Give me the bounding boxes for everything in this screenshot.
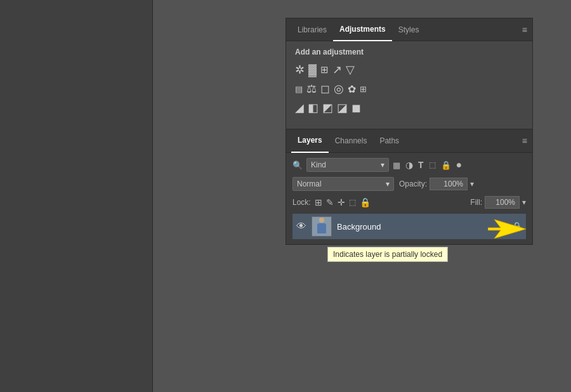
adjustments-body: Add an adjustment ✲ ▓ ⊞ ↗ ▽ ▤ ⚖ ◻ ◎ ✿ ⊞ [286, 41, 532, 129]
kind-dropdown[interactable]: Kind ▾ [306, 158, 389, 172]
adj-icons-row2: ▤ ⚖ ◻ ◎ ✿ ⊞ [295, 82, 523, 96]
layers-menu-icon[interactable]: ≡ [522, 136, 527, 146]
adjustment-filter-icon[interactable]: ◑ [405, 160, 413, 170]
layers-body: 🔍 Kind ▾ ▦ ◑ T ⬚ 🔒 ● [286, 153, 532, 244]
extra-filter-icon[interactable]: ● [456, 159, 463, 171]
invert-icon[interactable]: ◢ [295, 101, 304, 115]
tab-libraries[interactable]: Libraries [291, 18, 333, 41]
gradientmap-icon[interactable]: ◼ [351, 101, 361, 115]
lock-all-icon[interactable]: 🔒 [360, 197, 371, 207]
adjustments-menu-icon[interactable]: ≡ [522, 25, 527, 35]
tooltip-text: Indicates layer is partially locked [327, 247, 448, 262]
photofilter-icon[interactable]: ◎ [334, 82, 344, 96]
panel-divider [152, 0, 153, 392]
normal-opacity-row: Normal ▾ Opacity: 100% ▾ [292, 177, 526, 191]
hsl-icon[interactable]: ▤ [295, 84, 303, 94]
opacity-control: Opacity: 100% ▾ [399, 178, 474, 190]
panel-container: Libraries Adjustments Styles ≡ Add an ad… [286, 18, 533, 245]
add-adjustment-title: Add an adjustment [295, 48, 523, 56]
layer-area: 👁 Background 🔒 [292, 214, 526, 239]
layer-thumbnail [312, 216, 332, 237]
opacity-value[interactable]: 100% [430, 178, 468, 190]
adjustments-tab-bar: Libraries Adjustments Styles ≡ [286, 18, 532, 41]
threshold-icon[interactable]: ◩ [322, 101, 333, 115]
selectivecolor-icon[interactable]: ◪ [337, 101, 348, 115]
visibility-eye-icon[interactable]: 👁 [296, 221, 306, 232]
smartobj-filter-icon[interactable]: 🔒 [441, 160, 451, 170]
adjustments-panel: Libraries Adjustments Styles ≡ Add an ad… [286, 18, 532, 129]
layer-preview [315, 218, 328, 235]
lock-position-icon[interactable]: ✛ [338, 197, 345, 207]
opacity-arrow[interactable]: ▾ [470, 180, 474, 188]
adj-icons-row1: ✲ ▓ ⊞ ↗ ▽ [295, 63, 523, 77]
levels-icon[interactable]: ▓ [308, 63, 317, 77]
shape-filter-icon[interactable]: ⬚ [429, 160, 436, 169]
lock-label: Lock: [292, 198, 311, 207]
fill-arrow[interactable]: ▾ [522, 198, 526, 207]
colorbalance-icon[interactable]: ⚖ [306, 82, 317, 96]
pixel-filter-icon[interactable]: ▦ [393, 160, 400, 170]
kind-filter-icons: ▦ ◑ T ⬚ 🔒 ● [393, 159, 462, 171]
vibrance-icon[interactable]: ▽ [346, 63, 355, 77]
fill-label: Fill: [470, 198, 482, 207]
lock-transparent-icon[interactable]: ⊞ [315, 197, 322, 207]
tooltip: Indicates layer is partially locked [327, 247, 448, 262]
tab-adjustments[interactable]: Adjustments [333, 18, 392, 41]
lock-icons: ⊞ ✎ ✛ ⬚ 🔒 [315, 197, 371, 207]
opacity-label: Opacity: [399, 180, 427, 188]
tab-channels[interactable]: Channels [329, 129, 374, 153]
svg-marker-0 [488, 219, 526, 238]
search-icon: 🔍 [292, 160, 303, 170]
lock-image-icon[interactable]: ✎ [326, 197, 334, 207]
type-filter-icon[interactable]: T [418, 160, 424, 170]
tab-paths[interactable]: Paths [373, 129, 405, 153]
blendmode-dropdown[interactable]: Normal ▾ [292, 177, 394, 191]
channelmixer-icon[interactable]: ✿ [348, 83, 356, 95]
colllookup-icon[interactable]: ⊞ [360, 84, 367, 94]
lock-artboard-icon[interactable]: ⬚ [349, 198, 356, 207]
bw-icon[interactable]: ◻ [320, 82, 330, 96]
layers-panel: Layers Channels Paths ≡ 🔍 Kind ▾ ▦ ◑ T [286, 129, 532, 244]
adj-icons-row3: ◢ ◧ ◩ ◪ ◼ [295, 101, 523, 115]
curves-icon[interactable]: ⊞ [320, 64, 329, 75]
exposure-icon[interactable]: ↗ [332, 63, 342, 77]
left-panel [0, 0, 152, 392]
yellow-arrow-indicator [488, 216, 532, 242]
layers-tab-bar: Layers Channels Paths ≡ [286, 129, 532, 153]
workspace: Libraries Adjustments Styles ≡ Add an ad… [0, 0, 571, 392]
brightness-icon[interactable]: ✲ [295, 63, 305, 77]
lock-row: Lock: ⊞ ✎ ✛ ⬚ 🔒 Fill: 100% ▾ [292, 196, 526, 209]
fill-value[interactable]: 100% [485, 196, 520, 209]
fill-control: Fill: 100% ▾ [470, 196, 526, 209]
kind-row: 🔍 Kind ▾ ▦ ◑ T ⬚ 🔒 ● [292, 158, 526, 172]
layer-name: Background [337, 222, 506, 232]
tab-layers[interactable]: Layers [291, 129, 329, 153]
posterize-icon[interactable]: ◧ [308, 101, 318, 115]
tab-styles[interactable]: Styles [392, 18, 426, 41]
